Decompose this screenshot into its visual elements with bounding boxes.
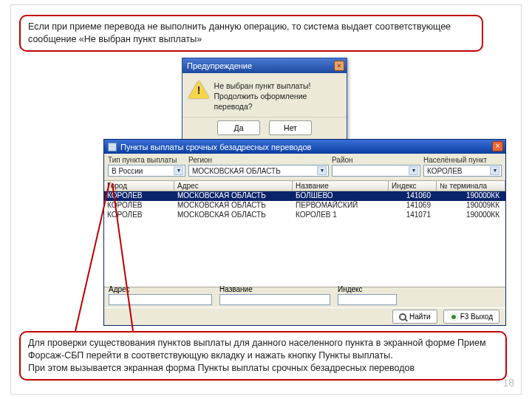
region-value: МОСКОВСКАЯ ОБЛАСТЬ	[192, 167, 281, 175]
warning-line2: Продолжить оформление перевода?	[214, 91, 341, 112]
type-value: В России	[112, 167, 143, 175]
warning-titlebar[interactable]: Предупреждение ×	[183, 58, 347, 73]
col-terminal[interactable]: № терминала	[437, 181, 505, 191]
region-label: Регион	[188, 156, 329, 164]
locality-value: КОРОЛЕВ	[427, 167, 463, 175]
table-row[interactable]: КОРОЛЕВ МОСКОВСКАЯ ОБЛАСТЬ БОЛШЕВО 14106…	[104, 191, 505, 201]
table-row[interactable]: КОРОЛЕВ МОСКОВСКАЯ ОБЛАСТЬ КОРОЛЕВ 1 141…	[104, 211, 505, 220]
locality-dropdown[interactable]: КОРОЛЕВ ▾	[423, 165, 502, 177]
yes-button[interactable]: Да	[217, 120, 260, 135]
search-name-label: Название	[219, 285, 330, 293]
page-number: 18	[502, 377, 514, 389]
region-dropdown[interactable]: МОСКОВСКАЯ ОБЛАСТЬ ▾	[188, 165, 329, 177]
search-bar: Адрес Название Индекс	[104, 287, 505, 307]
grid-header[interactable]: Город Адрес Название Индекс № терминала	[104, 180, 505, 191]
payment-points-window: Пункты выплаты срочных безадресных перев…	[103, 139, 506, 326]
search-icon	[399, 313, 406, 321]
district-label: Район	[332, 156, 420, 164]
find-button[interactable]: Найти	[392, 310, 437, 324]
type-label: Тип пункта выплаты	[108, 156, 185, 164]
warning-message: Не выбран пункт выплаты! Продолжить офор…	[214, 81, 341, 112]
col-name[interactable]: Название	[293, 181, 389, 191]
window-title-text: Пункты выплаты срочных безадресных перев…	[120, 143, 311, 151]
type-dropdown[interactable]: В России ▾	[108, 165, 185, 177]
callout-bottom: Для проверки существования пунктов выпла…	[19, 331, 507, 381]
chevron-down-icon: ▾	[490, 166, 499, 175]
exit-icon	[450, 313, 457, 321]
no-button[interactable]: Нет	[269, 120, 312, 135]
window-close-icon[interactable]: ×	[492, 141, 503, 151]
warning-dialog: Предупреждение × ! Не выбран пункт выпла…	[182, 58, 347, 142]
warning-icon: !	[188, 81, 208, 100]
col-index[interactable]: Индекс	[389, 181, 437, 191]
warning-title-text: Предупреждение	[187, 61, 252, 70]
search-address-input[interactable]	[109, 294, 212, 305]
window-titlebar[interactable]: Пункты выплаты срочных безадресных перев…	[104, 140, 505, 154]
app-icon	[108, 143, 117, 151]
grid-body[interactable]: КОРОЛЕВ МОСКОВСКАЯ ОБЛАСТЬ БОЛШЕВО 14106…	[104, 191, 505, 287]
callout-top: Если при приеме перевода не выполнить да…	[19, 15, 483, 52]
close-icon[interactable]: ×	[334, 61, 344, 71]
warning-line1: Не выбран пункт выплаты!	[214, 81, 341, 91]
chevron-down-icon: ▾	[409, 166, 418, 175]
search-name-input[interactable]	[219, 294, 330, 305]
search-address-label: Адрес	[109, 285, 212, 293]
district-dropdown[interactable]: ▾	[332, 165, 420, 177]
col-city[interactable]: Город	[104, 181, 174, 191]
search-index-input[interactable]	[338, 294, 397, 305]
exit-button[interactable]: F3 Выход	[443, 310, 499, 324]
table-row[interactable]: КОРОЛЕВ МОСКОВСКАЯ ОБЛАСТЬ ПЕРВОМАЙСКИЙ …	[104, 201, 505, 211]
col-address[interactable]: Адрес	[174, 181, 293, 191]
search-index-label: Индекс	[338, 285, 397, 293]
chevron-down-icon: ▾	[174, 166, 183, 175]
chevron-down-icon: ▾	[317, 166, 327, 175]
locality-label: Населённый пункт	[423, 156, 502, 164]
